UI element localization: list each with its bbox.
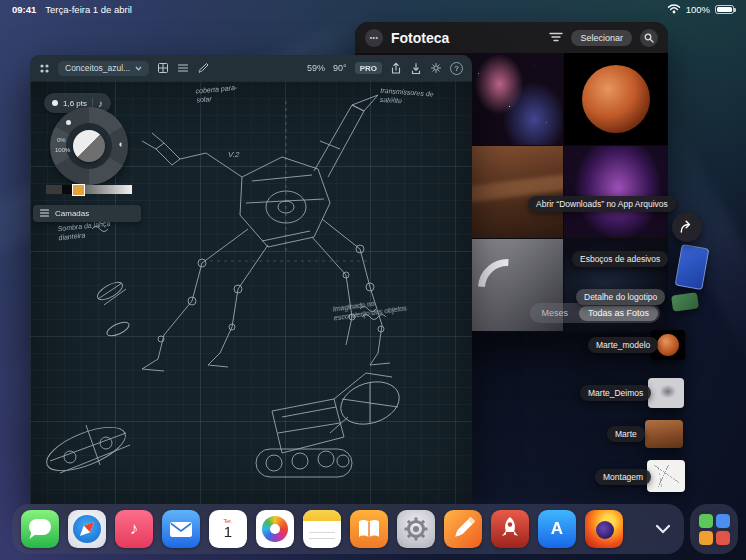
dock-icon-notes[interactable] xyxy=(303,510,341,548)
app-library-icon[interactable] xyxy=(695,510,733,548)
dock-icon-photos[interactable] xyxy=(256,510,294,548)
drawing-app-window: Conceitos_azul... 59% 90° PRO xyxy=(30,55,472,511)
dock-icon-calendar[interactable]: Ter. 1 xyxy=(209,510,247,548)
help-button[interactable]: ? xyxy=(450,62,463,75)
pro-badge[interactable]: PRO xyxy=(355,62,382,74)
grid-view-icon[interactable] xyxy=(157,62,169,74)
dock-icon-rocket[interactable] xyxy=(491,510,529,548)
document-title-dropdown[interactable]: Conceitos_azul... xyxy=(58,61,149,76)
drawing-toolbar: Conceitos_azul... 59% 90° PRO xyxy=(30,55,472,81)
settings-gear-icon[interactable] xyxy=(430,62,442,74)
drag-item-label[interactable]: Marte xyxy=(607,426,645,442)
dock-icon-safari[interactable] xyxy=(68,510,106,548)
window-more-button[interactable]: ••• xyxy=(365,29,383,47)
swatch-orange-selected[interactable] xyxy=(72,184,85,196)
drag-item-label[interactable]: Esboços de adesivos xyxy=(572,251,668,267)
apps-grid-icon[interactable] xyxy=(39,63,50,74)
active-tool-dot xyxy=(66,120,71,125)
color-swatch-bar[interactable] xyxy=(46,185,132,194)
dock-icon-books[interactable] xyxy=(350,510,388,548)
notes-header-strip xyxy=(303,510,341,521)
dock: ♪ Ter. 1 A xyxy=(12,504,684,554)
layers-label: Camadas xyxy=(55,209,89,218)
dock-icon-drawing[interactable] xyxy=(444,510,482,548)
photos-title: Fototeca xyxy=(391,30,449,46)
drag-item-label[interactable]: Marte_modelo xyxy=(588,337,658,353)
battery-icon xyxy=(715,5,734,14)
color-well[interactable] xyxy=(73,130,105,162)
date: Terça-feira 1 de abril xyxy=(45,4,132,15)
segment-todas-as-fotos[interactable]: Todas as Fotos xyxy=(579,306,658,321)
layers-menu-icon xyxy=(40,209,49,219)
ipad-screen: 09:41 Terça-feira 1 de abril 100% ••• Fo… xyxy=(0,0,746,560)
chat-bubble-icon xyxy=(29,519,51,535)
zoom-level[interactable]: 59% xyxy=(307,63,325,73)
filter-icon[interactable] xyxy=(549,29,563,47)
status-right: 100% xyxy=(667,3,734,16)
status-bar: 09:41 Terça-feira 1 de abril 100% xyxy=(0,0,746,18)
select-button[interactable]: Selecionar xyxy=(571,30,632,46)
brush-tip-dot xyxy=(52,100,58,106)
dock-icon-mail[interactable] xyxy=(162,510,200,548)
notes-lines xyxy=(309,527,335,541)
brush-icon[interactable] xyxy=(197,62,209,74)
dock-icon-music[interactable]: ♪ xyxy=(115,510,153,548)
shade-icon: ◐ xyxy=(119,139,124,149)
swatch-black[interactable] xyxy=(62,185,72,194)
photo-thumbnail-desert[interactable] xyxy=(460,146,564,238)
drag-thumb-montagem[interactable] xyxy=(647,460,685,492)
menu-icon[interactable] xyxy=(177,63,189,73)
dock-collapse-chevron[interactable] xyxy=(651,517,675,541)
photos-view-segmented-control: Meses Todas as Fotos xyxy=(530,303,660,323)
dock-right-section xyxy=(690,504,738,554)
photo-thumbnail-mars[interactable] xyxy=(564,53,668,145)
rotation-value[interactable]: 90° xyxy=(333,63,347,73)
segment-meses[interactable]: Meses xyxy=(532,306,577,321)
photo-thumbnail-nebula[interactable] xyxy=(460,53,564,145)
chevron-down-icon xyxy=(135,66,142,71)
clock: 09:41 xyxy=(12,4,36,15)
import-icon[interactable] xyxy=(410,62,422,75)
swatch-gradient[interactable] xyxy=(85,185,132,194)
battery-percent: 100% xyxy=(686,4,710,15)
library-tile xyxy=(699,531,713,545)
swatch-gray[interactable] xyxy=(46,185,62,194)
wifi-icon xyxy=(667,3,681,16)
drag-forward-badge[interactable] xyxy=(672,212,702,242)
dock-icon-messages[interactable] xyxy=(21,510,59,548)
dock-icon-settings[interactable] xyxy=(397,510,435,548)
layers-panel-header[interactable]: Camadas xyxy=(33,205,141,222)
canvas-annotation: V.2 xyxy=(228,150,239,160)
opacity-min-label: 0% xyxy=(57,137,66,143)
drag-thumb-marte[interactable] xyxy=(645,420,683,448)
drag-item-label[interactable]: Montagem xyxy=(595,469,651,485)
tool-wheel[interactable]: 0% 100% ◐ xyxy=(50,107,128,185)
drop-hint-label: Abrir “Downloads” no App Arquivos xyxy=(528,196,676,212)
drag-item-label[interactable]: Marte_Deimos xyxy=(580,385,651,401)
dock-icon-browser[interactable] xyxy=(585,510,623,548)
library-tile xyxy=(716,531,730,545)
photos-header: ••• Fototeca Selecionar xyxy=(355,22,668,53)
status-left: 09:41 Terça-feira 1 de abril xyxy=(12,4,132,15)
share-export-icon[interactable] xyxy=(390,62,402,75)
drag-item-label[interactable]: Detalhe do logotipo xyxy=(576,289,665,305)
flower-icon xyxy=(262,516,288,542)
library-tile xyxy=(699,514,713,528)
library-tile xyxy=(716,514,730,528)
photo-thumbnail-purple-nebula[interactable] xyxy=(564,146,668,238)
calendar-day: 1 xyxy=(224,524,232,540)
drag-thumb-marte-deimos[interactable] xyxy=(648,378,684,408)
opacity-max-label: 100% xyxy=(55,147,70,153)
document-title: Conceitos_azul... xyxy=(65,63,130,73)
search-button[interactable] xyxy=(640,29,658,47)
dock-icon-app-store[interactable]: A xyxy=(538,510,576,548)
